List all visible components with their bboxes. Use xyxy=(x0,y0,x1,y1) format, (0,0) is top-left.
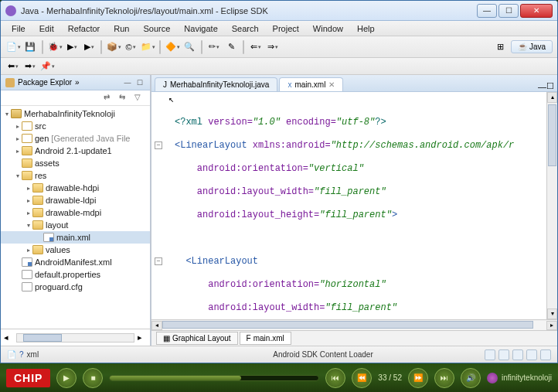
minimize-editor-button[interactable]: — xyxy=(538,82,546,91)
scroll-up-button[interactable]: ▴ xyxy=(547,92,557,103)
tree-default-properties[interactable]: default.properties xyxy=(35,270,100,279)
explorer-scrollbar[interactable]: ◂ ▸ xyxy=(1,329,150,346)
menu-navigate[interactable]: Navigate xyxy=(178,22,223,35)
twisty-icon[interactable]: ▾ xyxy=(2,111,11,118)
close-tab-icon[interactable]: ✕ xyxy=(328,80,335,89)
menu-project[interactable]: Project xyxy=(267,22,305,35)
twisty-icon[interactable]: ▸ xyxy=(13,135,22,142)
twisty-icon[interactable]: ▸ xyxy=(24,210,32,216)
tree-manifest[interactable]: AndroidManifest.xml xyxy=(35,257,112,267)
scroll-down-button[interactable]: ▾ xyxy=(547,308,557,319)
tree-values[interactable]: values xyxy=(46,245,70,254)
back-button[interactable]: ⇐ xyxy=(248,39,264,55)
run-last-button[interactable]: ▶ xyxy=(81,39,97,55)
maximize-button[interactable]: ☐ xyxy=(498,4,519,18)
scroll-thumb[interactable] xyxy=(162,321,533,329)
fold-icon[interactable]: − xyxy=(155,141,162,149)
vertical-scrollbar[interactable]: ▴ ▾ xyxy=(546,92,557,319)
tree-main-xml[interactable]: main.xml xyxy=(56,233,90,242)
run-button[interactable]: ▶ xyxy=(64,39,80,55)
fold-icon[interactable]: − xyxy=(155,257,162,265)
search-button[interactable]: 🔍 xyxy=(182,39,197,55)
pin-button[interactable]: 📌 xyxy=(39,59,55,74)
prev-button[interactable]: ⏮ xyxy=(325,368,345,388)
tree-proguard[interactable]: proguard.cfg xyxy=(35,282,83,291)
menu-edit[interactable]: Edit xyxy=(33,22,60,35)
menu-window[interactable]: Window xyxy=(307,22,349,35)
status-icon[interactable] xyxy=(526,349,537,360)
play-button[interactable]: ▶ xyxy=(56,368,77,388)
open-perspective-button[interactable]: ⊞ xyxy=(493,39,509,55)
link-editor-button[interactable]: ⇆ xyxy=(119,93,130,104)
minimize-view-button[interactable]: — xyxy=(122,77,133,88)
status-icon[interactable] xyxy=(485,349,495,360)
annotate-button[interactable]: ✏ xyxy=(206,39,222,55)
save-button[interactable]: 💾 xyxy=(22,39,38,55)
maximize-editor-button[interactable]: ☐ xyxy=(546,81,554,91)
twisty-icon[interactable]: ▾ xyxy=(13,172,22,179)
status-icon[interactable] xyxy=(498,349,509,360)
horizontal-scrollbar[interactable]: ◂ ▸ xyxy=(151,319,557,330)
tree-res[interactable]: res xyxy=(35,171,46,180)
tab-graphical-layout[interactable]: ▦Graphical Layout xyxy=(156,332,238,345)
tab-source[interactable]: Fmain.xml xyxy=(240,332,291,345)
twisty-icon[interactable]: ▸ xyxy=(13,123,22,130)
status-icon[interactable] xyxy=(540,349,551,360)
tree-android[interactable]: Android 2.1-update1 xyxy=(35,146,112,155)
tree-drawable-mdpi[interactable]: drawable-mdpi xyxy=(46,208,101,217)
tab-java-file[interactable]: JMerhabaInfinityTeknoloji.java xyxy=(155,77,277,91)
menu-run[interactable]: Run xyxy=(107,22,135,35)
history-forward-button[interactable]: ➡ xyxy=(22,59,38,74)
menu-source[interactable]: Source xyxy=(137,22,176,35)
menu-file[interactable]: File xyxy=(5,22,32,35)
code-editor[interactable]: ↖ <?xml version="1.0" encoding="utf-8"?>… xyxy=(151,92,557,330)
twisty-icon[interactable]: ▾ xyxy=(24,222,32,229)
next-button[interactable]: ⏭ xyxy=(434,368,454,388)
stop-button[interactable]: ■ xyxy=(83,368,103,388)
history-back-button[interactable]: ⬅ xyxy=(5,59,21,74)
scroll-thumb[interactable] xyxy=(548,104,556,166)
tab-xml-file[interactable]: xmain.xml✕ xyxy=(279,77,343,91)
volume-button[interactable]: 🔊 xyxy=(461,368,481,388)
twisty-icon[interactable]: ▸ xyxy=(24,247,32,254)
tree-drawable-hdpi[interactable]: drawable-hdpi xyxy=(46,183,99,193)
minimize-button[interactable]: — xyxy=(477,4,497,18)
new-class-button[interactable]: © xyxy=(123,39,138,55)
scroll-thumb[interactable] xyxy=(23,334,62,342)
close-button[interactable]: ✕ xyxy=(520,4,553,18)
progress-bar[interactable] xyxy=(109,375,319,381)
menu-search[interactable]: Search xyxy=(226,22,265,35)
perspective-java[interactable]: ☕Java xyxy=(511,40,553,53)
menu-refactor[interactable]: Refactor xyxy=(62,22,107,35)
tree-layout[interactable]: layout xyxy=(46,220,68,230)
new-button[interactable]: 📄 xyxy=(5,39,21,55)
view-menu-button[interactable]: ▽ xyxy=(134,93,145,104)
status-icon[interactable] xyxy=(512,349,523,360)
tree-gen[interactable]: gen xyxy=(35,134,49,143)
forward-button[interactable]: ⏩ xyxy=(408,368,428,388)
scroll-right-button[interactable]: ▸ xyxy=(138,332,147,343)
tree-src[interactable]: src xyxy=(35,121,46,131)
tree-assets[interactable]: assets xyxy=(35,159,60,168)
open-type-button[interactable]: 🔶 xyxy=(165,39,180,55)
view-chevron-icon[interactable]: » xyxy=(75,78,80,87)
collapse-all-button[interactable]: ⇄ xyxy=(104,93,114,104)
debug-button[interactable]: 🐞 xyxy=(47,39,63,55)
tree-project[interactable]: MerhabaInfinityTeknoloji xyxy=(24,109,115,118)
menu-help[interactable]: Help xyxy=(351,22,381,35)
scroll-left-button[interactable]: ◂ xyxy=(4,332,13,343)
task-button[interactable]: ✎ xyxy=(223,39,239,55)
tree-drawable-ldpi[interactable]: drawable-ldpi xyxy=(46,196,96,205)
new-folder-button[interactable]: 📁 xyxy=(140,39,155,55)
project-tree[interactable]: ▾MerhabaInfinityTeknoloji ▸src ▸gen[Gene… xyxy=(1,106,150,329)
maximize-view-button[interactable]: ☐ xyxy=(134,77,145,88)
twisty-icon[interactable]: ▸ xyxy=(24,185,32,192)
scroll-left-button[interactable]: ◂ xyxy=(151,321,162,330)
twisty-icon[interactable]: ▸ xyxy=(24,197,32,204)
twisty-icon[interactable]: ▸ xyxy=(13,148,22,155)
rewind-button[interactable]: ⏪ xyxy=(352,368,372,388)
forward-button[interactable]: ⇒ xyxy=(265,39,281,55)
window-title: Java - MerhabaInfinityTeknoloji/res/layo… xyxy=(21,6,477,15)
new-package-button[interactable]: 📦 xyxy=(106,39,121,55)
scroll-right-button[interactable]: ▸ xyxy=(546,321,557,330)
